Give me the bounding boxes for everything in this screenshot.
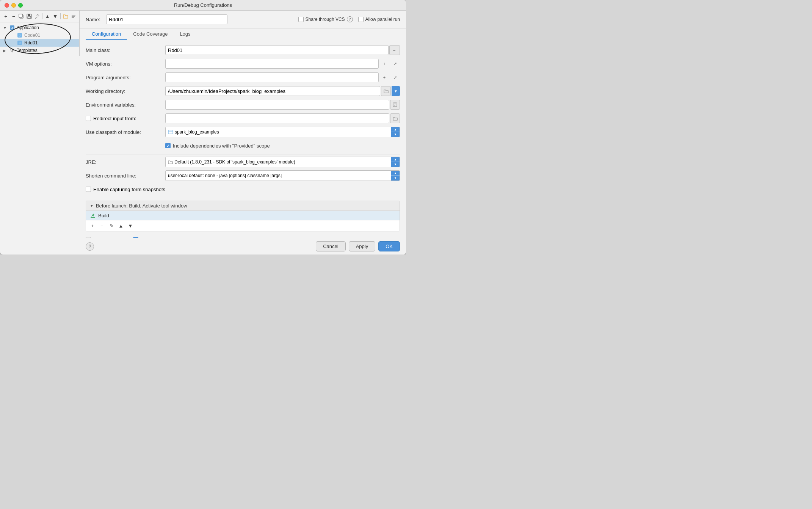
env-vars-edit-button[interactable] (390, 100, 400, 110)
main-class-label: Main class: (86, 47, 165, 53)
folder-button[interactable] (62, 12, 69, 20)
build-launch-item[interactable]: Build (86, 211, 400, 220)
jre-down-arrow[interactable]: ▼ (391, 162, 400, 167)
use-classpath-select[interactable]: spark_blog_examples ▲ ▼ (165, 127, 400, 137)
tree-code01[interactable]: J Code01 (0, 31, 79, 39)
left-panel-container: + − (0, 11, 80, 254)
minimize-button[interactable] (11, 3, 16, 8)
parallel-run-label: Allow parallel run (365, 17, 400, 22)
redirect-input-field[interactable] (165, 113, 389, 123)
program-args-input[interactable] (165, 72, 379, 82)
templates-arrow: ▶ (3, 49, 8, 53)
rdd01-label: Rdd01 (24, 40, 38, 46)
redirect-input-group (165, 113, 400, 123)
shorten-cmd-value: user-local default: none - java [options… (166, 171, 391, 181)
before-launch-arrow: ▼ (90, 204, 94, 208)
working-dir-input[interactable] (165, 86, 380, 96)
ok-button[interactable]: OK (378, 241, 400, 251)
share-vcs-checkbox[interactable] (298, 17, 304, 22)
enable-snapshots-checkbox[interactable] (86, 187, 91, 192)
jre-select[interactable]: Default (1.8.0_231 - SDK of 'spark_blog_… (165, 157, 400, 167)
cancel-button[interactable]: Cancel (316, 241, 345, 251)
vm-options-expand-button[interactable]: ⤢ (390, 59, 400, 69)
classpath-module-name: spark_blog_examples (175, 129, 219, 135)
enable-snapshots-group: Enable capturing form snapshots (86, 187, 165, 192)
program-args-expand-button[interactable]: ⤢ (390, 72, 400, 82)
before-launch-header[interactable]: ▼ Before launch: Build, Activate tool wi… (86, 201, 400, 211)
shorten-cmd-up-arrow[interactable]: ▲ (391, 171, 400, 176)
share-vcs-row: Share through VCS ? (298, 16, 353, 22)
before-launch-add-button[interactable]: + (88, 222, 97, 230)
move-down-button[interactable]: ▼ (52, 12, 59, 20)
tab-logs[interactable]: Logs (174, 28, 196, 40)
redirect-folder-button[interactable] (390, 113, 400, 123)
working-dir-folder-button[interactable] (381, 86, 391, 96)
add-config-button[interactable]: + (2, 12, 9, 20)
help-button[interactable]: ? (86, 242, 94, 251)
name-label: Name: (86, 17, 100, 22)
copy-config-button[interactable] (18, 12, 25, 20)
jre-label: JRE: (86, 159, 165, 165)
env-vars-input[interactable] (165, 100, 389, 110)
save-config-button[interactable] (26, 12, 33, 20)
vcs-info-icon[interactable]: ? (347, 16, 353, 22)
before-launch-remove-button[interactable]: − (98, 222, 106, 230)
before-launch-toolbar: + − ✎ ▲ ▼ (86, 220, 400, 231)
main-class-input[interactable] (165, 45, 389, 55)
use-classpath-label: Use classpath of module: (86, 129, 165, 135)
traffic-lights (5, 3, 23, 8)
redirect-input-checkbox[interactable] (86, 116, 91, 121)
before-launch-list: Build + − ✎ ▲ ▼ (86, 211, 400, 231)
footer-buttons: Cancel Apply OK (316, 241, 400, 251)
maximize-button[interactable] (18, 3, 23, 8)
before-launch-up-button[interactable]: ▲ (117, 222, 125, 230)
svg-rect-18 (168, 130, 173, 134)
toolbar-separator (42, 13, 42, 19)
remove-config-button[interactable]: − (10, 12, 17, 20)
svg-rect-3 (28, 14, 30, 16)
shorten-cmd-down-arrow[interactable]: ▼ (391, 176, 400, 181)
bottom-checks: Show this page Activate tool window (86, 234, 400, 238)
close-button[interactable] (5, 3, 9, 8)
classpath-up-arrow[interactable]: ▲ (391, 127, 400, 132)
name-input[interactable] (106, 14, 227, 24)
svg-rect-20 (91, 217, 95, 218)
tab-code-coverage[interactable]: Code Coverage (127, 28, 174, 40)
main-class-browse-button[interactable]: ··· (389, 45, 400, 55)
toolbar-separator-2 (60, 13, 61, 19)
before-launch-label: Before launch: Build, Activate tool wind… (96, 203, 187, 209)
tab-configuration[interactable]: Configuration (86, 28, 127, 40)
classpath-arrows: ▲ ▼ (391, 127, 400, 137)
vm-options-row: VM options: + ⤢ (86, 58, 400, 69)
tree-templates[interactable]: ▶ Templates (0, 47, 79, 54)
wrench-button[interactable] (33, 12, 41, 20)
jre-text: Default (1.8.0_231 - SDK of 'spark_blog_… (174, 159, 295, 165)
include-deps-checkbox[interactable] (165, 143, 171, 148)
program-args-add-button[interactable]: + (379, 72, 389, 82)
vm-options-input[interactable] (165, 59, 379, 69)
footer: ? Cancel Apply OK (80, 238, 406, 254)
jre-row: JRE: Default (1.8.0_231 - SDK of 'spark_… (86, 157, 400, 167)
sort-button[interactable] (70, 12, 77, 20)
classpath-down-arrow[interactable]: ▼ (391, 132, 400, 137)
move-up-button[interactable]: ▲ (44, 12, 51, 20)
code01-label: Code01 (24, 33, 40, 38)
working-dir-dropdown-button[interactable]: ▼ (392, 86, 400, 96)
expand-arrow: ▼ (3, 26, 8, 30)
shorten-cmd-select[interactable]: user-local default: none - java [options… (165, 170, 400, 181)
tree-application-group[interactable]: ▼ J Application (0, 24, 79, 31)
tree-rdd01[interactable]: J Rdd01 (0, 39, 79, 47)
before-launch-edit-button[interactable]: ✎ (107, 222, 116, 230)
working-dir-input-group: ▼ (165, 86, 400, 96)
before-launch-section: ▼ Before launch: Build, Activate tool wi… (86, 201, 400, 231)
jre-up-arrow[interactable]: ▲ (391, 157, 400, 162)
include-deps-group: Include dependencies with "Provided" sco… (165, 143, 270, 149)
before-launch-down-button[interactable]: ▼ (126, 222, 135, 230)
apply-button[interactable]: Apply (349, 241, 376, 251)
share-vcs-label: Share through VCS (306, 17, 345, 22)
vm-options-add-button[interactable]: + (379, 59, 389, 69)
vm-options-label: VM options: (86, 61, 165, 67)
svg-text:J: J (19, 41, 20, 45)
use-classpath-row: Use classpath of module: spark_blog_exam… (86, 127, 400, 137)
parallel-run-checkbox[interactable] (358, 17, 364, 22)
